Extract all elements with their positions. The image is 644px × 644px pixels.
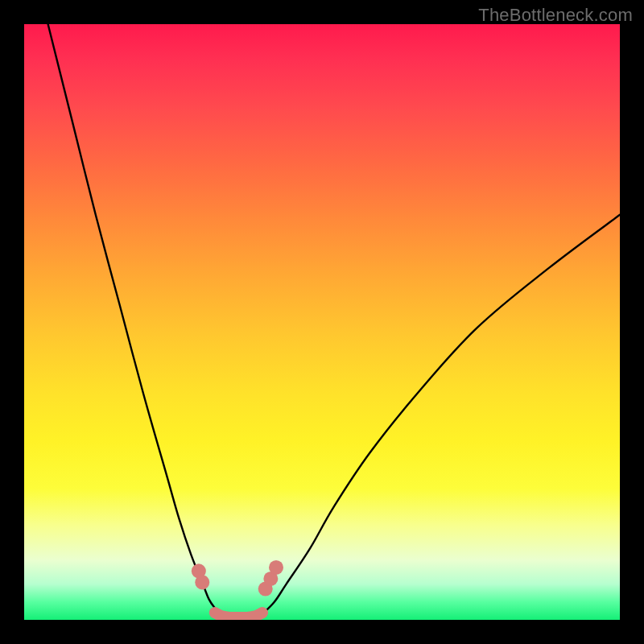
curve-left-branch (48, 24, 221, 614)
curve-right-branch (262, 215, 620, 614)
plot-area (24, 24, 620, 620)
watermark-text: TheBottleneck.com (478, 5, 633, 26)
curve-valley-floor (215, 613, 262, 617)
chart-frame: TheBottleneck.com (0, 0, 644, 644)
curve-layer (24, 24, 620, 620)
left-dot-2 (195, 575, 209, 589)
right-dot-3 (269, 560, 283, 575)
